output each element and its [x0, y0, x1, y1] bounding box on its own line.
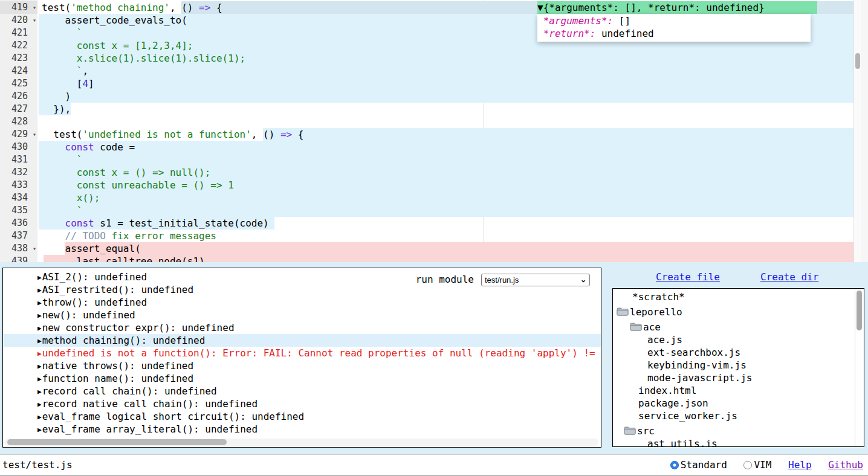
editor-vertical-scrollbar[interactable]	[853, 0, 861, 262]
code-line[interactable]	[0, 115, 861, 128]
expand-triangle-icon[interactable]: ▶	[37, 373, 42, 385]
result-label: undefined is not a function(): Error: FA…	[42, 347, 595, 359]
code-line[interactable]: `	[0, 204, 861, 217]
expand-triangle-icon[interactable]: ▶	[37, 297, 42, 309]
status-right-group: Standard VIM Help Github	[670, 459, 863, 471]
code-line[interactable]: const x = () => null();	[0, 166, 861, 179]
gutter-cell: 430	[0, 141, 37, 153]
tree-file[interactable]: *scratch*	[613, 291, 864, 303]
code-token: , ()	[251, 129, 280, 140]
tree-folder[interactable]: src	[613, 425, 864, 437]
expand-triangle-icon[interactable]: ▶	[37, 335, 42, 347]
vim-radio[interactable]	[743, 461, 752, 469]
code-line[interactable]: last_calltree_node(s1),	[0, 255, 861, 262]
code-line[interactable]: const s1 = test_initial_state(code)	[0, 217, 861, 230]
code-line[interactable]: x();	[0, 191, 861, 204]
result-item[interactable]: ▶record native call chain(): undefined	[3, 397, 601, 410]
tree-file[interactable]: service_worker.js	[613, 410, 864, 422]
fold-toggle-icon[interactable]: ▾	[33, 128, 36, 141]
fold-toggle-icon[interactable]: ▾	[33, 14, 36, 27]
keybinding-standard-option[interactable]: Standard	[670, 459, 727, 471]
tree-file[interactable]: keybinding-vim.js	[613, 359, 864, 371]
expand-triangle-icon[interactable]: ▶	[37, 398, 42, 411]
code-line[interactable]: `	[0, 153, 861, 166]
code-line[interactable]: // TODO fix error messages	[0, 230, 861, 242]
create-dir-link[interactable]: Create dir	[760, 271, 818, 283]
code-editor[interactable]: test('method chaining', () => { assert_c…	[0, 0, 861, 262]
tree-folder[interactable]: ace	[613, 321, 864, 333]
result-item[interactable]: ▶eval_frame array_literal(): undefined	[3, 423, 601, 436]
expand-triangle-icon[interactable]: ▶	[37, 271, 42, 284]
result-item[interactable]: ▶throw(): undefined	[3, 296, 601, 309]
tooltip-row[interactable]: *return*: undefined	[537, 27, 811, 40]
code-line[interactable]: test('undefined is not a function', () =…	[0, 128, 861, 141]
standard-radio[interactable]	[670, 461, 679, 469]
results-horizontal-scrollbar[interactable]	[4, 439, 598, 446]
gutter-cell: 421	[0, 27, 37, 39]
editor-right-strip	[861, 0, 868, 262]
gutter-cell: 429▾	[0, 128, 37, 141]
result-item[interactable]: ▶undefined is not a function(): Error: F…	[3, 347, 601, 359]
files-panel: *scratch*leporelloaceace.jsext-searchbox…	[612, 288, 864, 447]
results-scrollbar-thumb[interactable]	[7, 439, 227, 445]
tooltip-value: undefined	[595, 28, 653, 39]
code-token: assert_equal(	[42, 243, 141, 254]
value-tooltip[interactable]: ▼{*arguments*: [], *return*: undefined} …	[537, 1, 817, 42]
expand-triangle-icon[interactable]: ▶	[37, 347, 42, 360]
run-module-select[interactable]: test/run.js⌄	[481, 274, 590, 286]
code-line[interactable]: assert_equal(	[0, 242, 861, 255]
code-line[interactable]: x.slice(1).slice(1).slice(1);	[0, 52, 861, 65]
tree-file[interactable]: ace.js	[613, 333, 864, 346]
line-number: 424	[11, 65, 28, 77]
code-line[interactable]: }),	[0, 103, 861, 115]
editor-scrollbar-thumb[interactable]	[855, 53, 860, 69]
files-header: Create file Create dir	[612, 271, 864, 288]
tree-file[interactable]: index.html	[613, 384, 864, 397]
tree-file[interactable]: package.json	[613, 397, 864, 410]
gutter-cell: 435	[0, 204, 37, 217]
result-label: native throws(): undefined	[42, 360, 193, 371]
line-number: 426	[11, 90, 28, 103]
files-scrollbar-thumb[interactable]	[857, 291, 862, 330]
expand-triangle-icon[interactable]: ▶	[37, 309, 42, 322]
line-number: 422	[11, 39, 28, 52]
code-line[interactable]: `,	[0, 65, 861, 77]
expand-triangle-icon[interactable]: ▶	[37, 385, 42, 398]
github-link[interactable]: Github	[828, 459, 863, 471]
result-item[interactable]: ▶new constructor expr(): undefined	[3, 321, 601, 334]
code-token: ,	[82, 65, 88, 77]
folder-icon	[617, 307, 629, 316]
code-line[interactable]: const unreachable = () => 1	[0, 179, 861, 191]
help-link[interactable]: Help	[788, 459, 812, 471]
code-line[interactable]: [4]	[0, 77, 861, 90]
expand-triangle-icon[interactable]: ▶	[37, 284, 42, 297]
line-number: 436	[11, 217, 28, 230]
result-item[interactable]: ▶native throws(): undefined	[3, 359, 601, 372]
result-item[interactable]: ▶function name(): undefined	[3, 372, 601, 385]
create-file-link[interactable]: Create file	[656, 271, 720, 283]
code-line[interactable]: const code =	[0, 141, 861, 153]
expand-triangle-icon[interactable]: ▶	[37, 423, 42, 436]
code-line[interactable]: )	[0, 90, 861, 103]
expand-triangle-icon[interactable]: ▶	[37, 411, 42, 423]
result-item[interactable]: ▶eval_frame logical short circuit(): und…	[3, 410, 601, 423]
expand-triangle-icon[interactable]: ▶	[37, 322, 42, 335]
tooltip-row[interactable]: *arguments*: []	[537, 14, 811, 27]
tree-file[interactable]: mode-javascript.js	[613, 371, 864, 384]
line-number: 425	[11, 77, 28, 90]
fold-toggle-icon[interactable]: ▾	[33, 1, 36, 14]
result-item[interactable]: ▶new(): undefined	[3, 309, 601, 321]
tree-folder[interactable]: leporello	[613, 306, 864, 318]
fold-toggle-icon[interactable]: ▾	[33, 242, 36, 255]
files-vertical-scrollbar[interactable]	[855, 289, 863, 446]
tree-file[interactable]: ext-searchbox.js	[613, 346, 864, 359]
code-token: [	[42, 78, 82, 89]
line-number: 423	[11, 52, 28, 65]
result-item[interactable]: ▶record call chain(): undefined	[3, 385, 601, 397]
keybinding-vim-option[interactable]: VIM	[743, 459, 771, 471]
tree-file[interactable]: ast_utils.js	[613, 437, 864, 447]
code-token: `	[42, 27, 82, 39]
tooltip-header[interactable]: ▼{*arguments*: [], *return*: undefined}	[537, 1, 817, 14]
result-item[interactable]: ▶method chaining(): undefined	[3, 334, 601, 347]
expand-triangle-icon[interactable]: ▶	[37, 360, 42, 373]
